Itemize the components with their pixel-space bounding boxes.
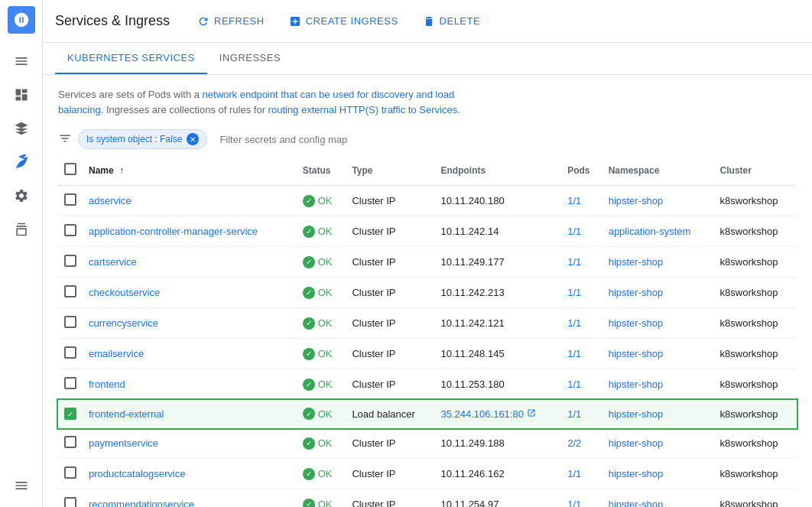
filter-search-input[interactable] (213, 131, 354, 148)
namespace-link[interactable]: hipster-shop (609, 348, 664, 359)
row-checkbox[interactable] (64, 285, 76, 297)
header-cluster: Cluster (714, 155, 797, 186)
sidebar-icon-menu[interactable] (6, 46, 37, 76)
add-icon (289, 15, 301, 28)
endpoint-link[interactable]: 35.244.106.161:80 (440, 408, 555, 420)
sidebar (0, 0, 43, 507)
service-name-link[interactable]: currencyservice (89, 317, 158, 329)
row-checkbox[interactable] (64, 466, 76, 479)
header-name[interactable]: Name ↑ (83, 155, 297, 186)
row-checkbox[interactable] (64, 224, 76, 236)
service-name-link[interactable]: paymentservice (89, 437, 158, 449)
cluster-name: k8sworkshop (714, 400, 797, 428)
endpoint-ip: 10.11.254.97 (434, 489, 561, 508)
namespace-link[interactable]: hipster-shop (609, 408, 664, 420)
sort-arrow: ↑ (119, 165, 124, 176)
refresh-button[interactable]: REFRESH (188, 11, 274, 32)
pods-link[interactable]: 1/1 (567, 317, 581, 329)
sidebar-icon-storage[interactable] (6, 214, 37, 245)
sidebar-icon-dashboard[interactable] (6, 80, 37, 110)
status-ok-icon (303, 379, 315, 391)
service-name-link[interactable]: frontend (89, 379, 125, 390)
table-row: frontendOKCluster IP10.11.253.1801/1hips… (58, 369, 797, 400)
status-ok-icon (303, 256, 315, 268)
table-row: productcatalogserviceOKCluster IP10.11.2… (58, 459, 797, 489)
sidebar-icon-config[interactable] (6, 180, 37, 211)
status-ok-icon (303, 195, 315, 207)
status-text: OK (318, 317, 333, 329)
cluster-name: k8sworkshop (714, 428, 797, 459)
service-type: Cluster IP (346, 216, 434, 247)
namespace-link[interactable]: hipster-shop (609, 379, 664, 390)
pods-link[interactable]: 1/1 (567, 256, 581, 268)
services-table: Name ↑ Status Type Endpoints Pods Namesp… (58, 155, 797, 507)
status-ok-icon (303, 468, 315, 480)
status-text: OK (318, 468, 333, 479)
row-checkbox[interactable] (64, 316, 76, 328)
service-name-link[interactable]: checkoutservice (89, 287, 160, 298)
service-name-link[interactable]: productcatalogservice (89, 468, 185, 479)
external-link-icon (527, 408, 536, 420)
page-header: Services & Ingress REFRESH CREATE INGRES… (43, 0, 812, 43)
header-namespace: Namespace (603, 155, 714, 186)
pods-link[interactable]: 1/1 (567, 226, 581, 237)
namespace-link[interactable]: hipster-shop (609, 499, 664, 507)
pods-link[interactable]: 1/1 (567, 499, 581, 507)
service-name-link[interactable]: recommendationservice (89, 499, 194, 507)
namespace-link[interactable]: hipster-shop (609, 195, 664, 206)
filter-chip-close-button[interactable]: ✕ (187, 133, 199, 145)
delete-button[interactable]: DELETE (414, 11, 490, 32)
cluster-name: k8sworkshop (714, 216, 797, 247)
header-endpoints: Endpoints (434, 155, 561, 186)
select-all-checkbox[interactable] (64, 163, 76, 175)
row-checkbox[interactable] (64, 255, 76, 267)
service-name-link[interactable]: cartservice (89, 256, 137, 268)
row-checkbox[interactable] (64, 377, 76, 389)
namespace-link[interactable]: hipster-shop (609, 317, 664, 329)
service-name-link[interactable]: emailservice (89, 348, 144, 359)
status-text: OK (318, 348, 333, 359)
cluster-name: k8sworkshop (714, 459, 797, 489)
status-ok-icon (303, 499, 315, 508)
service-name-link[interactable]: application-controller-manager-service (89, 226, 258, 237)
service-type: Cluster IP (346, 489, 434, 508)
create-ingress-button[interactable]: CREATE INGRESS (280, 11, 408, 32)
service-name-link[interactable]: frontend-external (89, 408, 164, 420)
pods-link[interactable]: 1/1 (567, 287, 581, 298)
status-ok-icon (303, 408, 315, 420)
pods-link[interactable]: 1/1 (567, 379, 581, 390)
refresh-icon (197, 15, 209, 28)
header-actions: REFRESH CREATE INGRESS DELETE (188, 11, 489, 32)
endpoint-ip: 10.11.246.162 (434, 459, 561, 489)
namespace-link[interactable]: hipster-shop (609, 468, 664, 479)
pods-link[interactable]: 1/1 (567, 408, 581, 420)
pods-link[interactable]: 1/1 (567, 468, 581, 479)
pods-link[interactable]: 1/1 (567, 195, 581, 206)
cluster-name: k8sworkshop (714, 489, 797, 508)
row-checkbox[interactable] (64, 436, 76, 448)
sidebar-icon-workloads[interactable] (6, 113, 37, 144)
service-name-link[interactable]: adservice (89, 195, 132, 206)
row-checkbox[interactable] (64, 346, 76, 359)
table-row: recommendationserviceOKCluster IP10.11.2… (58, 489, 797, 508)
row-checkbox[interactable]: ✓ (64, 408, 76, 420)
endpoint-ip: 10.11.249.177 (434, 247, 561, 278)
row-checkbox[interactable] (64, 193, 76, 206)
status-text: OK (318, 226, 333, 237)
status-text: OK (318, 499, 333, 507)
endpoint-ip: 10.11.240.180 (434, 186, 561, 216)
tab-ingresses[interactable]: INGRESSES (207, 43, 293, 74)
sidebar-icon-rbac[interactable] (6, 470, 37, 501)
endpoint-ip: 10.11.249.188 (434, 428, 561, 459)
pods-link[interactable]: 1/1 (567, 348, 581, 359)
tab-kubernetes-services[interactable]: KUBERNETES SERVICES (55, 43, 207, 74)
namespace-link[interactable]: application-system (609, 226, 691, 237)
table-row: checkoutserviceOKCluster IP10.11.242.213… (58, 278, 797, 308)
sidebar-icon-services[interactable] (6, 147, 37, 177)
namespace-link[interactable]: hipster-shop (609, 437, 664, 449)
namespace-link[interactable]: hipster-shop (609, 287, 664, 298)
pods-link[interactable]: 2/2 (567, 437, 581, 449)
row-checkbox[interactable] (64, 497, 76, 507)
namespace-link[interactable]: hipster-shop (609, 256, 664, 268)
filter-bar: Is system object : False ✕ (43, 123, 812, 155)
